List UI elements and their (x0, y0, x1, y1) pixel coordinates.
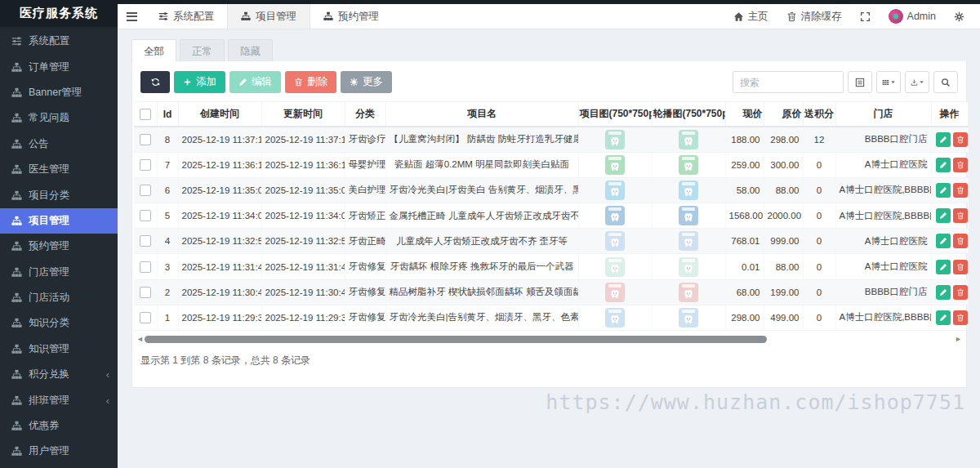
topnav-tab-0[interactable]: 系统配置 (145, 4, 227, 29)
sidebar-item-4[interactable]: 公告 (0, 131, 118, 157)
scroll-left-arrow[interactable]: ◄ (136, 336, 144, 343)
column-header-2[interactable]: 更新时间 (261, 102, 345, 127)
carousel-image-thumb[interactable] (679, 206, 698, 225)
store-cell: A博士口腔医院,BBBB口 (835, 203, 931, 229)
columns-button[interactable] (876, 71, 901, 93)
row-edit-button[interactable] (936, 234, 951, 248)
row-delete-button[interactable] (953, 158, 968, 172)
row-checkbox[interactable] (140, 261, 151, 273)
sidebar-item-15[interactable]: 优惠券 (0, 413, 118, 439)
edit-button[interactable]: 编辑 (229, 71, 281, 93)
row-delete-button[interactable] (953, 132, 968, 147)
column-header-8[interactable]: 原价 (764, 102, 803, 127)
scrollbar-thumb[interactable] (145, 336, 767, 343)
carousel-image-thumb[interactable] (679, 231, 698, 251)
export-button[interactable] (905, 71, 929, 93)
settings-menu[interactable] (947, 4, 972, 29)
more-button[interactable]: 更多 (341, 71, 392, 93)
user-menu[interactable]: Admin (881, 4, 943, 29)
carousel-image-thumb[interactable] (679, 308, 698, 328)
row-delete-button[interactable] (953, 285, 968, 300)
topnav-tab-2[interactable]: 预约管理 (310, 4, 392, 29)
sidebar-item-1[interactable]: 订单管理 (0, 54, 118, 79)
row-edit-button[interactable] (936, 158, 951, 172)
row-checkbox[interactable] (140, 134, 151, 145)
home-link[interactable]: 主页 (726, 4, 776, 29)
sidebar-item-9[interactable]: 门店管理 (0, 260, 118, 285)
sidebar-item-14[interactable]: 排班管理‹ (0, 387, 118, 412)
search-input[interactable] (733, 71, 844, 93)
project-image-thumb[interactable] (605, 231, 625, 251)
row-edit-button[interactable] (936, 183, 951, 198)
column-header-11[interactable]: 操作 (931, 102, 968, 127)
table-panel: 添加 编辑 删除 更多 (131, 61, 967, 388)
search-button[interactable] (933, 71, 958, 93)
row-delete-button[interactable] (953, 183, 968, 198)
row-checkbox[interactable] (140, 185, 151, 196)
column-header-3[interactable]: 分类 (345, 102, 385, 127)
sidebar-item-11[interactable]: 知识分类 (0, 310, 118, 336)
row-delete-button[interactable] (953, 234, 968, 248)
topnav-tab-1[interactable]: 项目管理 (227, 4, 310, 29)
row-edit-button[interactable] (936, 310, 951, 325)
row-edit-button[interactable] (936, 132, 951, 147)
row-checkbox[interactable] (140, 235, 151, 247)
row-edit-button[interactable] (936, 260, 951, 274)
caret-down-icon (920, 79, 924, 85)
column-header-6[interactable]: 轮播图(750*750px) (652, 102, 725, 127)
row-delete-button[interactable] (953, 310, 968, 325)
project-image-thumb[interactable] (605, 181, 625, 200)
sidebar-item-12[interactable]: 知识管理 (0, 337, 118, 362)
project-image-thumb[interactable] (605, 257, 625, 277)
delete-button[interactable]: 删除 (285, 71, 336, 93)
row-checkbox[interactable] (140, 312, 151, 323)
column-header-10[interactable]: 门店 (835, 102, 931, 127)
column-header-1[interactable]: 创建时间 (178, 102, 261, 127)
sidebar-item-2[interactable]: Banner管理 (0, 80, 118, 105)
carousel-image-thumb[interactable] (679, 155, 698, 175)
clear-cache-link[interactable]: 清除缓存 (779, 4, 849, 29)
project-image-thumb[interactable] (605, 283, 625, 302)
fullscreen-button[interactable] (853, 4, 878, 29)
navbar-right: 主页 清除缓存 Admin (726, 4, 980, 29)
refresh-button[interactable] (140, 71, 170, 93)
column-header-0[interactable]: Id (157, 102, 178, 127)
sidebar-item-3[interactable]: 常见问题 (0, 105, 118, 131)
column-header-9[interactable]: 送积分 (803, 102, 835, 127)
carousel-image-thumb[interactable] (679, 283, 698, 302)
sidebar-item-16[interactable]: 用户管理 (0, 439, 118, 464)
sidebar-item-6[interactable]: 项目分类 (0, 182, 118, 207)
select-all-checkbox[interactable] (140, 109, 151, 120)
toggle-view-button[interactable] (848, 71, 872, 93)
row-checkbox[interactable] (140, 210, 151, 221)
carousel-image-thumb[interactable] (679, 181, 698, 200)
sidebar-item-8[interactable]: 预约管理 (0, 234, 118, 259)
project-image-thumb[interactable] (605, 130, 625, 149)
project-image-thumb[interactable] (605, 155, 625, 175)
sidebar-item-13[interactable]: 积分兑换‹ (0, 362, 118, 387)
sidebar-item-0[interactable]: 系统配置 (0, 29, 118, 54)
sidebar-item-7[interactable]: 项目管理 (0, 208, 118, 234)
carousel-image-thumb[interactable] (679, 130, 698, 149)
row-delete-button[interactable] (953, 208, 968, 223)
tooth-icon (682, 237, 695, 249)
store-cell: A博士口腔医院,BBBB口 (835, 305, 931, 330)
carousel-image-thumb[interactable] (679, 257, 698, 277)
row-checkbox[interactable] (140, 159, 151, 171)
scroll-right-arrow[interactable]: ► (955, 336, 962, 343)
sidebar-item-5[interactable]: 医生管理 (0, 157, 118, 182)
column-header-7[interactable]: 现价 (725, 102, 764, 127)
id-cell: 3 (157, 254, 178, 279)
column-header-5[interactable]: 项目图(750*750px) (578, 102, 652, 127)
row-delete-button[interactable] (953, 260, 968, 274)
trash-icon (956, 136, 964, 144)
project-image-thumb[interactable] (605, 206, 625, 225)
column-header-4[interactable]: 项目名 (385, 102, 578, 127)
project-image-thumb[interactable] (605, 308, 625, 328)
sidebar-toggle-icon[interactable] (118, 4, 145, 29)
row-edit-button[interactable] (936, 208, 951, 223)
row-edit-button[interactable] (936, 285, 951, 300)
sidebar-item-10[interactable]: 门店活动 (0, 285, 118, 310)
row-checkbox[interactable] (140, 287, 151, 298)
add-button[interactable]: 添加 (174, 71, 225, 93)
